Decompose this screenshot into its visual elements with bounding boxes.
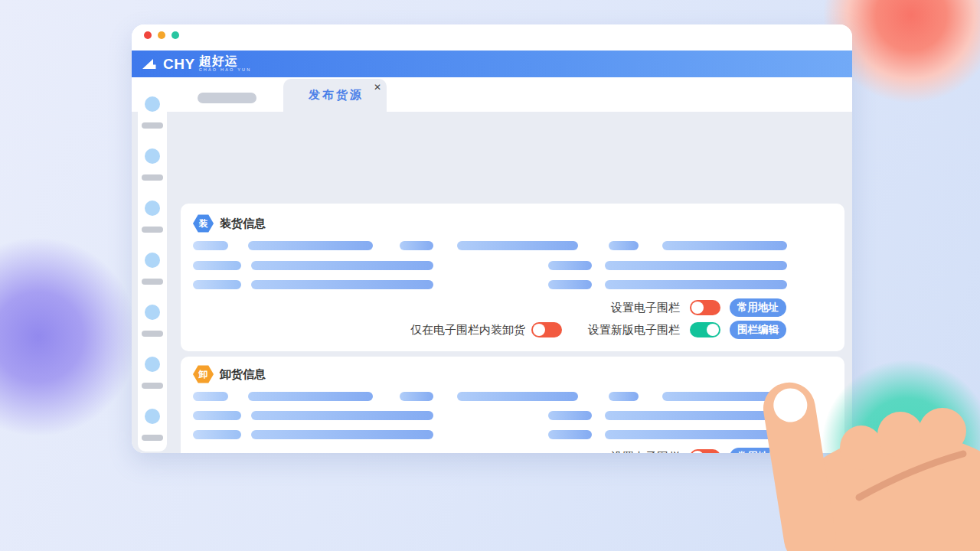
- skeleton-pill: [193, 280, 241, 289]
- set-fence-toggle[interactable]: [690, 300, 720, 315]
- skeleton-pill: [251, 261, 433, 270]
- toggle-knob: [533, 324, 545, 336]
- only-in-fence-label: 仅在电子围栏内装卸货: [410, 323, 525, 337]
- tab-bar: 发布货源 ✕: [132, 77, 852, 112]
- skeleton-pill: [457, 241, 578, 250]
- illustration-stage: CHY 超好运 CHAO HAO YUN 发布货源 ✕ 装 装货信息: [0, 0, 980, 551]
- skeleton-pill: [248, 241, 373, 250]
- skeleton-pill: [662, 241, 787, 250]
- skeleton-pill: [609, 241, 639, 250]
- skeleton-pill: [193, 411, 241, 420]
- traffic-lights: [144, 31, 179, 39]
- tab-placeholder[interactable]: [198, 93, 256, 103]
- maximize-window-icon[interactable]: [172, 31, 179, 39]
- tab-publish-cargo[interactable]: 发布货源 ✕: [283, 79, 387, 112]
- common-address-button[interactable]: 常用地址: [730, 298, 786, 317]
- skeleton-pill: [609, 392, 639, 401]
- background-blob-purple: [0, 237, 138, 436]
- toggle-knob: [707, 324, 719, 336]
- hand-knuckle: [877, 412, 923, 458]
- skeleton-pill: [193, 261, 241, 270]
- unloading-badge-icon: 卸: [193, 365, 214, 383]
- sidebar-item-icon: [145, 201, 160, 216]
- skeleton-pill: [548, 411, 592, 420]
- loading-info-card: 装 装货信息: [181, 204, 844, 351]
- skeleton-pill: [548, 280, 592, 289]
- set-fence-label: 设置电子围栏: [611, 301, 680, 315]
- sidebar-item-label-placeholder: [142, 122, 163, 129]
- skeleton-pill: [457, 392, 578, 401]
- hand-cursor: [727, 352, 980, 551]
- sidebar-item-icon: [145, 409, 160, 424]
- logo-abbr: CHY: [163, 56, 195, 73]
- close-window-icon[interactable]: [144, 31, 152, 39]
- sidebar-item-label-placeholder: [142, 383, 163, 389]
- skeleton-pill: [251, 430, 433, 439]
- sidebar-item-icon: [145, 148, 160, 164]
- sidebar-item-icon: [145, 357, 160, 372]
- sidebar-item-label-placeholder: [142, 174, 163, 181]
- set-fence-label: 设置电子围栏: [611, 450, 680, 454]
- set-fence-toggle[interactable]: [690, 449, 720, 453]
- logo-name-pinyin: CHAO HAO YUN: [199, 68, 252, 73]
- set-new-fence-label: 设置新版电子围栏: [588, 323, 680, 337]
- sidebar-nav: [138, 86, 167, 452]
- skeleton-row: [193, 241, 832, 250]
- sidebar-item[interactable]: [142, 357, 163, 389]
- sidebar-item-icon: [145, 305, 160, 320]
- hand-knuckle: [919, 408, 966, 454]
- skeleton-row: [193, 280, 832, 289]
- skeleton-pill: [193, 430, 241, 439]
- fence-edit-button[interactable]: 围栏编辑: [730, 321, 786, 339]
- sidebar-item[interactable]: [142, 253, 163, 285]
- skeleton-pill: [548, 430, 592, 439]
- loading-badge-icon: 装: [193, 214, 214, 233]
- window-titlebar: [132, 24, 852, 51]
- sidebar-item[interactable]: [142, 96, 163, 129]
- sidebar-item-label-placeholder: [142, 279, 163, 285]
- only-in-fence-toggle[interactable]: [531, 322, 562, 337]
- section-title: 装货信息: [220, 217, 266, 231]
- tab-label: 发布货源: [309, 88, 364, 103]
- skeleton-pill: [248, 392, 373, 401]
- skeleton-pill: [400, 241, 433, 250]
- set-new-fence-toggle[interactable]: [690, 322, 720, 337]
- skeleton-pill: [251, 280, 433, 289]
- sidebar-item-icon: [145, 96, 160, 112]
- toggle-knob: [691, 451, 704, 453]
- sidebar-item[interactable]: [142, 305, 163, 337]
- minimize-window-icon[interactable]: [158, 31, 165, 39]
- app-header: CHY 超好运 CHAO HAO YUN: [132, 51, 852, 77]
- toggle-knob: [691, 302, 704, 314]
- skeleton-pill: [605, 280, 787, 289]
- skeleton-pill: [548, 261, 592, 270]
- skeleton-pill: [193, 392, 228, 401]
- skeleton-pill: [400, 392, 433, 401]
- hand-knuckle: [840, 425, 883, 470]
- logo-name-cn: 超好运: [199, 55, 252, 67]
- sidebar-item[interactable]: [142, 201, 163, 233]
- skeleton-pill: [193, 241, 228, 250]
- tab-close-icon[interactable]: ✕: [374, 83, 381, 92]
- sidebar-item[interactable]: [142, 148, 163, 181]
- sidebar-item-label-placeholder: [142, 227, 163, 233]
- sidebar-item-icon: [145, 253, 160, 268]
- section-title: 卸货信息: [220, 367, 266, 382]
- sidebar-item[interactable]: [142, 409, 163, 441]
- app-logo: CHY 超好运 CHAO HAO YUN: [142, 55, 251, 73]
- skeleton-pill: [605, 261, 787, 270]
- skeleton-pill: [251, 411, 433, 420]
- skeleton-row: [193, 261, 832, 270]
- logo-icon: [142, 57, 159, 70]
- sidebar-item-label-placeholder: [142, 435, 163, 441]
- sidebar-item-label-placeholder: [142, 331, 163, 337]
